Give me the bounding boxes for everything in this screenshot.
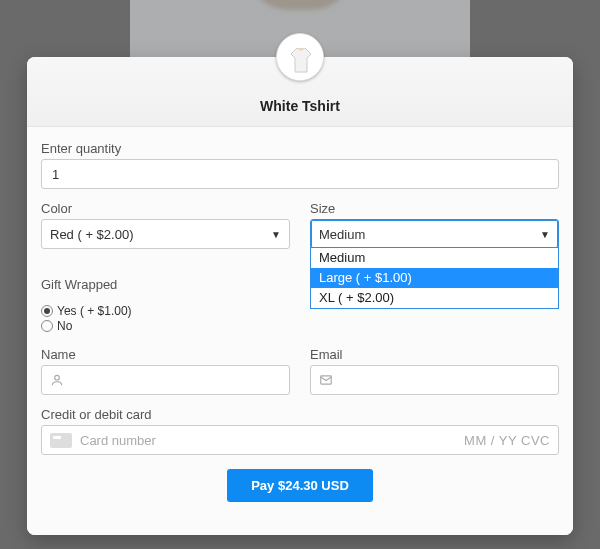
dropdown-caret-icon: ▼ bbox=[271, 229, 281, 240]
size-select[interactable]: Medium ▼ Medium Large ( + $1.00) XL ( + … bbox=[310, 219, 559, 249]
card-header: White Tshirt bbox=[27, 57, 573, 127]
quantity-block: Enter quantity bbox=[41, 141, 559, 189]
quantity-input-field[interactable] bbox=[50, 166, 550, 183]
card-input[interactable]: Card number MM / YY CVC bbox=[41, 425, 559, 455]
mail-icon bbox=[319, 373, 333, 387]
quantity-input[interactable] bbox=[41, 159, 559, 189]
name-block: Name bbox=[41, 347, 290, 395]
email-label: Email bbox=[310, 347, 559, 362]
size-block: Size Medium ▼ Medium Large ( + $1.00) XL… bbox=[310, 201, 559, 249]
dropdown-caret-icon: ▼ bbox=[540, 229, 550, 240]
card-label: Credit or debit card bbox=[41, 407, 559, 422]
card-block: Credit or debit card Card number MM / YY… bbox=[41, 407, 559, 455]
radio-icon bbox=[41, 305, 53, 317]
checkout-card: White Tshirt Enter quantity Color Red ( … bbox=[27, 57, 573, 535]
color-block: Color Red ( + $2.00) ▼ bbox=[41, 201, 290, 249]
size-label: Size bbox=[310, 201, 559, 216]
name-input[interactable] bbox=[41, 365, 290, 395]
card-hint: MM / YY CVC bbox=[464, 433, 550, 448]
card-body: Enter quantity Color Red ( + $2.00) ▼ Si… bbox=[27, 127, 573, 535]
size-dropdown[interactable]: Medium Large ( + $1.00) XL ( + $2.00) bbox=[310, 247, 559, 309]
email-input-field[interactable] bbox=[339, 372, 550, 389]
person-icon bbox=[50, 373, 64, 387]
product-avatar bbox=[276, 33, 324, 81]
gift-no-option[interactable]: No bbox=[41, 319, 559, 333]
email-block: Email bbox=[310, 347, 559, 395]
size-option-medium[interactable]: Medium bbox=[311, 248, 558, 268]
email-input[interactable] bbox=[310, 365, 559, 395]
name-input-field[interactable] bbox=[70, 372, 281, 389]
pay-button[interactable]: Pay $24.30 USD bbox=[227, 469, 373, 502]
size-option-xl[interactable]: XL ( + $2.00) bbox=[311, 288, 558, 308]
card-placeholder: Card number bbox=[80, 433, 156, 448]
quantity-label: Enter quantity bbox=[41, 141, 559, 156]
color-selected-text: Red ( + $2.00) bbox=[50, 227, 133, 242]
product-title: White Tshirt bbox=[260, 98, 340, 114]
credit-card-icon bbox=[50, 433, 72, 448]
gift-yes-label: Yes ( + $1.00) bbox=[57, 304, 132, 318]
svg-point-1 bbox=[55, 375, 60, 380]
size-selected-text: Medium bbox=[319, 227, 365, 242]
color-select[interactable]: Red ( + $2.00) ▼ bbox=[41, 219, 290, 249]
radio-icon bbox=[41, 320, 53, 332]
size-option-large[interactable]: Large ( + $1.00) bbox=[311, 268, 558, 288]
gift-no-label: No bbox=[57, 319, 72, 333]
name-label: Name bbox=[41, 347, 290, 362]
color-label: Color bbox=[41, 201, 290, 216]
